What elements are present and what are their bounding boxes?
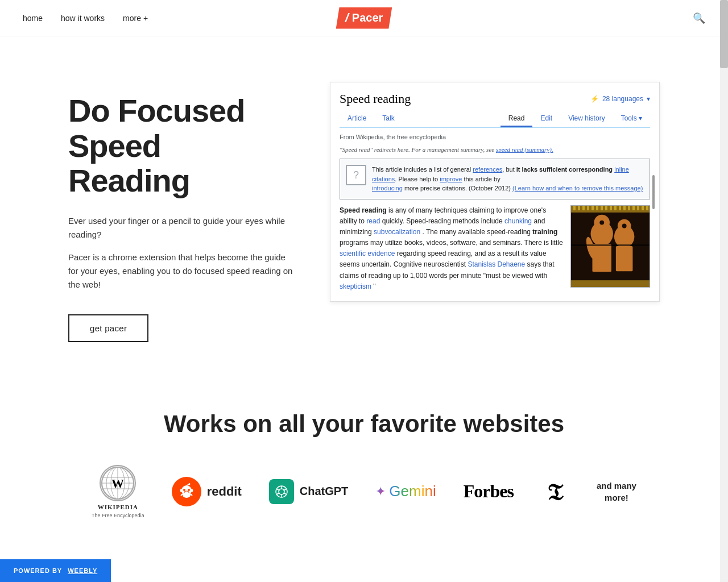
hero-description: Pacer is a chrome extension that helps b… xyxy=(68,251,296,292)
wiki-references-link[interactable]: references xyxy=(473,166,502,173)
wiki-tab-tools[interactable]: Tools ▾ xyxy=(613,111,650,127)
svg-point-30 xyxy=(183,492,191,498)
svg-point-24 xyxy=(188,489,190,491)
tools-chevron-icon: ▾ xyxy=(639,114,642,122)
svg-line-31 xyxy=(181,494,183,496)
svg-rect-12 xyxy=(571,280,650,287)
svg-point-27 xyxy=(188,483,190,485)
wiki-notice-text: This article includes a list of general … xyxy=(372,165,644,193)
svg-point-29 xyxy=(190,489,193,492)
wiki-top: Speed reading ⚡ 28 languages ▾ xyxy=(340,92,650,106)
search-button[interactable]: 🔍 xyxy=(693,12,705,24)
svg-point-23 xyxy=(183,489,185,491)
navigation: home how it works more + / Pacer 🔍 xyxy=(0,0,728,36)
nav-left: home how it works more + xyxy=(23,14,148,23)
brand-forbes: Forbes xyxy=(464,481,514,502)
wiki-encyclopedia-text: From Wikipedia, the free encyclopedia xyxy=(340,134,650,140)
wiki-tab-talk[interactable]: Talk xyxy=(374,111,402,127)
chevron-down-icon: ▾ xyxy=(647,95,650,103)
nav-home[interactable]: home xyxy=(23,14,43,23)
wiki-tabs: Article Talk Read Edit View history Tool… xyxy=(340,111,650,128)
search-icon: 🔍 xyxy=(693,13,705,24)
nav-logo[interactable]: / Pacer xyxy=(336,7,392,29)
chatgpt-logo xyxy=(269,479,294,504)
scrollbar-thumb[interactable] xyxy=(720,0,728,68)
wiki-skepticism-link[interactable]: skepticism xyxy=(340,282,371,290)
works-section: Works on all your favorite websites W xyxy=(0,376,728,564)
nav-right: 🔍 xyxy=(693,12,705,24)
hero-section: Do Focused Speed Reading Ever used your … xyxy=(23,36,705,376)
wiki-remove-link[interactable]: (Learn how and when to remove this messa… xyxy=(512,185,643,192)
svg-rect-1 xyxy=(571,206,650,213)
wiki-subvocalization-link[interactable]: subvocalization xyxy=(374,228,420,236)
svg-point-28 xyxy=(180,489,183,492)
gemini-name: Gemini xyxy=(389,483,436,500)
brand-wikipedia: W Wikipedia The Free Encyclopedia xyxy=(92,465,144,518)
wiki-redirect: "Speed read" redirects here. For a manag… xyxy=(340,146,650,153)
wiki-image xyxy=(570,205,650,288)
translate-icon: ⚡ xyxy=(590,95,599,103)
get-pacer-button[interactable]: get pacer xyxy=(68,314,148,342)
svg-point-10 xyxy=(599,220,604,225)
brands-row: W Wikipedia The Free Encyclopedia xyxy=(46,465,682,518)
wiki-preview: Speed reading ⚡ 28 languages ▾ Article T… xyxy=(330,82,660,302)
hero-title: Do Focused Speed Reading xyxy=(68,93,296,198)
svg-rect-2 xyxy=(571,207,650,209)
scroll-indicator xyxy=(652,175,655,209)
wiki-scientific-link[interactable]: scientific evidence xyxy=(340,250,395,257)
logo-slash: / xyxy=(345,11,349,26)
wiki-tab-article[interactable]: Article xyxy=(340,111,374,127)
brand-nyt: 𝔗 xyxy=(541,475,569,508)
svg-rect-9 xyxy=(616,246,633,271)
svg-point-34 xyxy=(279,489,284,494)
wiki-notice-icon: ? xyxy=(346,165,366,185)
brand-reddit: reddit xyxy=(172,477,242,506)
chatgpt-name: ChatGPT xyxy=(300,485,349,498)
wiki-body: Speed reading is any of many techniques … xyxy=(340,205,650,293)
wikipedia-sublabel: The Free Encyclopedia xyxy=(92,513,144,518)
works-title: Works on all your favorite websites xyxy=(46,410,682,438)
reddit-logo xyxy=(172,477,201,506)
wiki-improve-link[interactable]: improve xyxy=(440,176,462,182)
nav-more-wrapper: more + xyxy=(123,14,148,23)
wiki-tab-history[interactable]: View history xyxy=(560,111,613,127)
wiki-lang: ⚡ 28 languages ▾ xyxy=(590,95,650,103)
brand-gemini: ✦ Gemini xyxy=(375,483,436,500)
brand-more: and many more! xyxy=(597,480,636,504)
footer-bar: POWERED BY weebly xyxy=(0,559,111,564)
svg-line-32 xyxy=(191,494,192,496)
gemini-star-icon: ✦ xyxy=(375,484,386,499)
hero-subtitle: Ever used your finger or a pencil to gui… xyxy=(68,214,296,242)
wikipedia-logo: W xyxy=(100,465,136,501)
nav-more-plus: + xyxy=(143,14,148,23)
wiki-notice: ? This article includes a list of genera… xyxy=(340,159,650,199)
wiki-chunking-link[interactable]: chunking xyxy=(504,217,532,225)
brand-chatgpt: ChatGPT xyxy=(269,479,349,504)
wiki-title: Speed reading xyxy=(340,92,411,106)
wiki-read-link[interactable]: read xyxy=(366,217,380,225)
svg-point-11 xyxy=(622,223,627,228)
scrollbar[interactable] xyxy=(720,0,728,564)
wiki-tab-edit[interactable]: Edit xyxy=(532,111,560,127)
wiki-redirect-link[interactable]: speed read (summary). xyxy=(496,146,553,153)
svg-text:𝔗: 𝔗 xyxy=(548,480,564,503)
reddit-name: reddit xyxy=(207,484,242,499)
hero-text: Do Focused Speed Reading Ever used your … xyxy=(68,82,296,342)
logo-name: Pacer xyxy=(352,11,383,24)
nav-more[interactable]: more xyxy=(123,14,141,23)
wiki-body-text: Speed reading is any of many techniques … xyxy=(340,205,564,293)
wiki-introducing-link[interactable]: introducing xyxy=(372,185,403,192)
svg-rect-4 xyxy=(592,244,611,272)
nav-how-it-works[interactable]: how it works xyxy=(61,14,105,23)
svg-text:W: W xyxy=(111,476,124,490)
wiki-tab-read[interactable]: Read xyxy=(500,111,533,127)
wiki-dehaene-link[interactable]: Stanislas Dehaene xyxy=(468,260,525,268)
wikipedia-name: Wikipedia xyxy=(98,504,138,510)
